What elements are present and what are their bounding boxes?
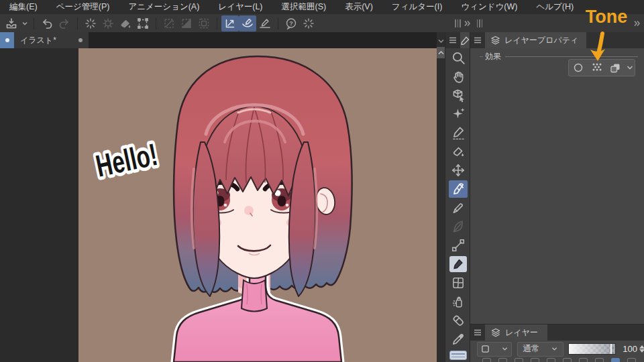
tool-eyedropper[interactable] (445, 330, 470, 349)
layer-action-icon-active[interactable] (611, 358, 620, 362)
layer-action-icon[interactable] (547, 358, 555, 362)
snap-to-special-ruler-toggle[interactable] (239, 15, 256, 32)
right-dock-collapse[interactable] (631, 15, 643, 32)
tool-selection-pen[interactable] (445, 123, 470, 142)
app-menu-dropdown[interactable] (20, 15, 30, 32)
menu-filter[interactable]: フィルター(I) (382, 0, 451, 14)
layer-action-icon[interactable] (563, 358, 572, 362)
chevron-down-icon (438, 39, 444, 44)
tool-column (445, 48, 470, 362)
layer-property-handle[interactable] (477, 19, 483, 27)
palette-color-icon (481, 345, 490, 353)
opacity-stepper[interactable] (639, 345, 644, 353)
layer-panel-header: レイヤー (470, 324, 644, 341)
tool-airbrush[interactable] (445, 292, 470, 311)
tool-brush[interactable] (445, 255, 470, 274)
chevron-down-icon (551, 347, 557, 351)
tab-indicator[interactable] (0, 32, 14, 48)
deselect-button[interactable] (160, 15, 178, 32)
menu-animation[interactable]: アニメーション(A) (119, 0, 209, 14)
layer-action-icon[interactable] (498, 358, 507, 362)
selection-border-button[interactable] (195, 15, 213, 32)
divider (156, 17, 156, 29)
tool-auto-select[interactable] (445, 105, 470, 123)
help-bubble-icon: ? (284, 17, 298, 30)
border-effect-button[interactable] (569, 60, 588, 76)
opacity-slider[interactable] (568, 343, 616, 355)
invert-selection-button[interactable] (178, 15, 195, 32)
scale-rotate-button[interactable] (134, 15, 152, 32)
effect-section-label: 効果 (485, 51, 501, 62)
menu-layer[interactable]: レイヤー(L) (209, 0, 272, 14)
undo-button[interactable] (38, 15, 56, 32)
snap-to-ruler-toggle[interactable] (221, 15, 239, 32)
scroll-up-button[interactable] (437, 47, 445, 58)
layers-icon (490, 328, 501, 338)
tool-palette-collapse[interactable] (461, 15, 473, 32)
transform-icon (136, 17, 150, 30)
update-button[interactable] (300, 15, 317, 32)
menu-help[interactable]: ヘルプ(H) (527, 0, 583, 14)
layer-action-icon[interactable] (627, 358, 636, 362)
layer-action-icon[interactable] (531, 358, 539, 362)
double-chevron-right-icon (463, 19, 471, 27)
canvas[interactable]: Hello! (78, 48, 437, 362)
tone-effect-button[interactable] (588, 60, 606, 76)
tool-palette-tab[interactable] (460, 32, 470, 48)
menu-selection[interactable]: 選択範囲(S) (272, 0, 336, 14)
document-tab[interactable]: イラスト* (0, 32, 89, 48)
canvas-scrollbar[interactable] (437, 32, 445, 362)
tab-status-dot (78, 38, 83, 42)
clear-button[interactable] (82, 15, 99, 32)
nose-highlight (244, 206, 254, 215)
tool-frame-border[interactable] (445, 274, 470, 292)
pen-tab-icon (461, 36, 470, 45)
chevron-down-icon (627, 65, 633, 70)
dot-icon (5, 38, 9, 42)
menu-view[interactable]: 表示(V) (335, 0, 382, 14)
fill-button[interactable] (117, 15, 134, 32)
tool-palette-handle[interactable] (455, 19, 461, 27)
layer-action-icon[interactable] (515, 358, 523, 362)
ask-question-button[interactable]: ? (282, 15, 300, 32)
cube-stack-icon (490, 36, 500, 46)
deselect-icon (162, 17, 176, 30)
tool-operation[interactable] (445, 86, 470, 105)
clip-studio-paint-window: 編集(E) ページ管理(P) アニメーション(A) レイヤー(L) 選択範囲(S… (0, 0, 644, 362)
tool-marker[interactable] (445, 198, 470, 217)
blend-mode-dropdown[interactable]: 通常 (517, 342, 564, 357)
layer-panel-tab[interactable]: レイヤー (485, 324, 547, 341)
tool-palette-header (445, 32, 470, 48)
chevron-down-icon (21, 20, 28, 27)
tool-palette-menu-button[interactable] (445, 37, 460, 44)
layer-property-menu-button[interactable] (470, 37, 485, 44)
effect-dropdown[interactable] (625, 60, 635, 76)
layer-action-icon[interactable] (579, 358, 588, 362)
tool-move-layer[interactable] (445, 161, 470, 180)
tool-pencil[interactable] (445, 217, 470, 236)
palette-color-dropdown[interactable] (477, 342, 512, 357)
command-bar: ? (0, 14, 644, 32)
clear-outside-selection-button[interactable] (99, 15, 117, 32)
layer-action-icon[interactable] (482, 358, 491, 362)
menu-page-manage[interactable]: ページ管理(P) (47, 0, 119, 14)
tool-pen[interactable] (445, 180, 470, 198)
tool-eraser[interactable] (445, 311, 470, 330)
redo-button[interactable] (56, 15, 73, 32)
menu-edit[interactable]: 編集(E) (0, 0, 47, 14)
layer-property-tab[interactable]: レイヤープロパティ (485, 32, 586, 48)
snap-to-grid-toggle[interactable] (256, 15, 274, 32)
tool-hand[interactable] (445, 67, 470, 86)
color-swatch-bar[interactable] (445, 349, 470, 362)
layer-panel-menu-button[interactable] (470, 329, 485, 336)
tool-fill-gradient[interactable] (445, 142, 470, 161)
layer-color-button[interactable] (606, 60, 625, 76)
tool-zoom[interactable] (445, 48, 470, 67)
layer-action-icon[interactable] (595, 358, 604, 362)
menu-window[interactable]: ウィンドウ(W) (451, 0, 527, 14)
app-menu-button[interactable] (3, 15, 20, 32)
tool-figure[interactable] (445, 236, 470, 255)
chevron-up-icon (438, 50, 444, 55)
scroll-down-button[interactable] (437, 36, 445, 46)
snap-grid-icon (258, 17, 272, 30)
